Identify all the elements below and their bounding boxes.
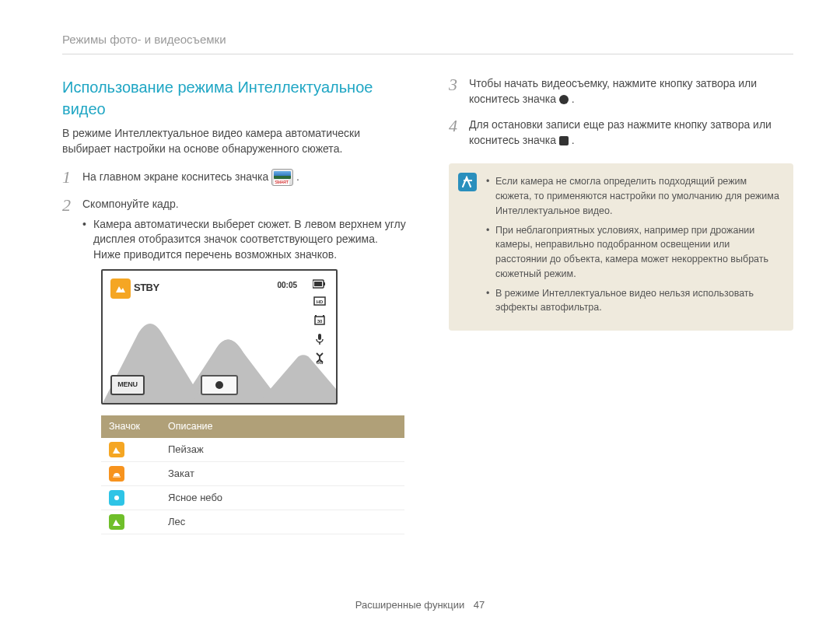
record-start-icon — [559, 95, 569, 104]
step-4-text-b: . — [572, 134, 575, 146]
svg-rect-1 — [324, 282, 325, 285]
note-item: При неблагоприятных условиях, например п… — [486, 223, 782, 282]
scene-landscape-icon — [110, 278, 131, 299]
section-title: Использование режима Интеллектуальное ви… — [62, 76, 407, 120]
section-intro: В режиме Интеллектуальное видео камера а… — [62, 126, 407, 156]
smart-mode-icon — [271, 169, 293, 186]
step-4: Для остановки записи еще раз нажмите кно… — [449, 117, 793, 148]
left-column: Использование режима Интеллектуальное ви… — [62, 76, 407, 545]
svg-rect-6 — [315, 315, 317, 317]
chapter-header: Режимы фото- и видеосъемки — [62, 31, 793, 54]
steps-list-left: На главном экране коснитесь значка . Ско… — [62, 169, 407, 534]
forest-scene-icon — [109, 514, 124, 530]
note-list: Если камера не смогла определить подходя… — [486, 174, 782, 315]
page-footer: Расширенные функции 47 — [0, 598, 840, 612]
table-row: Ясное небо — [101, 486, 404, 510]
table-cell-desc: Пейзаж — [160, 438, 404, 462]
sunset-scene-icon — [109, 466, 124, 482]
note-item: Если камера не смогла определить подходя… — [486, 174, 782, 218]
step-2-text: Скомпонуйте кадр. — [82, 198, 179, 210]
note-item: В режиме Интеллектуальное видео нельзя и… — [486, 286, 782, 316]
footer-section-label: Расширенные функции — [355, 599, 465, 611]
table-row: Пейзаж — [101, 438, 404, 462]
table-header-desc: Описание — [160, 415, 404, 439]
step-3-text-a: Чтобы начать видеосъемку, нажмите кнопку… — [469, 77, 757, 105]
camera-preview-diagram: STBY 00:05 HD 30 OIS MENU — [101, 269, 338, 405]
record-stop-icon — [559, 136, 569, 145]
preview-status-icons: HD 30 OIS — [313, 278, 327, 364]
microphone-icon — [313, 333, 326, 345]
svg-text:HD: HD — [317, 299, 324, 304]
table-cell-desc: Закат — [160, 462, 404, 486]
step-2-sublist: Камера автоматически выберет сюжет. В ле… — [82, 217, 407, 263]
standby-badge: STBY — [110, 278, 159, 299]
svg-rect-7 — [323, 315, 324, 317]
battery-icon — [313, 278, 327, 289]
steps-list-right: Чтобы начать видеосъемку, нажмите кнопку… — [449, 76, 793, 148]
landscape-scene-icon — [109, 442, 124, 457]
step-2-sub-item: Камера автоматически выберет сюжет. В ле… — [82, 217, 407, 263]
info-icon — [458, 173, 477, 191]
step-1-text-b: . — [296, 170, 299, 183]
note-box: Если камера не смогла определить подходя… — [449, 163, 793, 331]
page-number: 47 — [474, 599, 485, 611]
step-2: Скомпонуйте кадр. Камера автоматически в… — [62, 197, 407, 534]
step-4-text-a: Для остановки записи еще раз нажмите кно… — [469, 118, 772, 146]
table-row: Закат — [101, 462, 404, 486]
frame-rate-icon: 30 — [313, 314, 326, 327]
step-3: Чтобы начать видеосъемку, нажмите кнопку… — [449, 76, 793, 107]
table-header-icon: Значок — [101, 415, 160, 439]
table-cell-desc: Лес — [160, 510, 404, 534]
two-column-layout: Использование режима Интеллектуальное ви… — [62, 76, 793, 545]
step-1: На главном экране коснитесь значка . — [62, 169, 407, 186]
svg-point-13 — [114, 496, 119, 500]
scene-icon-table: Значок Описание Пейзаж Закат — [101, 415, 404, 535]
step-1-text-a: На главном экране коснитесь значка — [82, 170, 271, 183]
resolution-icon: HD — [313, 296, 326, 308]
step-3-text-b: . — [572, 93, 575, 105]
standby-label: STBY — [134, 281, 159, 295]
svg-rect-9 — [318, 334, 321, 340]
ois-icon: OIS — [313, 352, 326, 364]
svg-rect-2 — [314, 282, 322, 286]
page: Режимы фото- и видеосъемки Использование… — [0, 0, 840, 634]
recording-time: 00:05 — [277, 280, 297, 291]
svg-text:30: 30 — [317, 319, 323, 324]
right-column: Чтобы начать видеосъемку, нажмите кнопку… — [449, 76, 793, 545]
svg-text:OIS: OIS — [317, 360, 324, 364]
clear-sky-scene-icon — [109, 490, 124, 506]
table-cell-desc: Ясное небо — [160, 486, 404, 510]
record-button[interactable] — [201, 375, 238, 395]
menu-button[interactable]: MENU — [110, 375, 145, 395]
table-row: Лес — [101, 510, 404, 534]
